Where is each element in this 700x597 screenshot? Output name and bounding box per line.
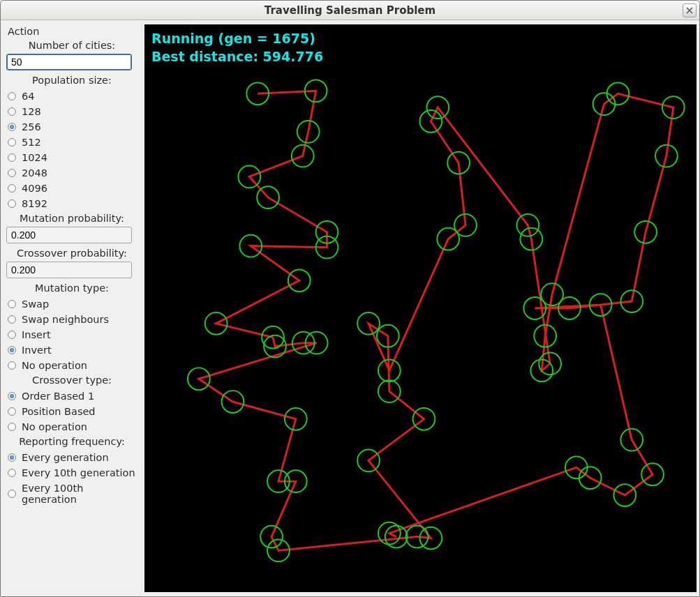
label-mut-type: Mutation type: bbox=[5, 281, 139, 296]
mut-option-swap[interactable]: Swap bbox=[5, 296, 139, 312]
pop-size-group: 641282565121024204840968192 bbox=[5, 89, 139, 211]
radio-icon bbox=[8, 331, 16, 339]
radio-label: 8192 bbox=[22, 198, 47, 209]
mut-option-insert[interactable]: Insert bbox=[5, 327, 139, 342]
radio-icon bbox=[8, 392, 16, 400]
radio-icon bbox=[8, 453, 16, 462]
radio-icon bbox=[8, 490, 16, 498]
window-body: Action Number of cities: Population size… bbox=[1, 20, 699, 596]
radio-label: 512 bbox=[22, 137, 41, 148]
pop-option-2048[interactable]: 2048 bbox=[5, 165, 139, 181]
label-mut-prob: Mutation probability: bbox=[5, 211, 139, 227]
radio-label: 128 bbox=[22, 106, 41, 117]
label-report-freq: Reporting frequency: bbox=[5, 434, 139, 450]
radio-label: Position Based bbox=[22, 406, 96, 417]
pop-option-4096[interactable]: 4096 bbox=[5, 181, 139, 196]
radio-icon bbox=[8, 300, 16, 308]
radio-label: Every 10th generation bbox=[22, 467, 135, 478]
radio-label: Invert bbox=[22, 345, 52, 356]
cross-option-position-based[interactable]: Position Based bbox=[5, 404, 139, 419]
radio-icon bbox=[8, 138, 16, 146]
radio-label: Order Based 1 bbox=[22, 391, 94, 402]
mut-option-swap-neighbours[interactable]: Swap neighbours bbox=[5, 312, 139, 327]
radio-icon bbox=[8, 315, 16, 324]
radio-label: 1024 bbox=[22, 152, 47, 163]
pop-option-8192[interactable]: 8192 bbox=[5, 196, 139, 211]
status-text: Running (gen = 1675) Best distance: 594.… bbox=[151, 30, 323, 66]
mutation-prob-input[interactable] bbox=[6, 227, 132, 243]
radio-icon bbox=[8, 346, 16, 354]
report-option-every-generation[interactable]: Every generation bbox=[5, 450, 139, 465]
label-cross-prob: Crossover probability: bbox=[5, 246, 139, 262]
canvas: Running (gen = 1675) Best distance: 594.… bbox=[144, 24, 697, 592]
radio-label: 2048 bbox=[22, 167, 47, 179]
radio-label: 64 bbox=[22, 91, 34, 102]
mut-type-group: SwapSwap neighboursInsertInvertNo operat… bbox=[5, 296, 139, 373]
radio-label: Every generation bbox=[22, 452, 109, 463]
cross-option-order-based-1[interactable]: Order Based 1 bbox=[5, 388, 139, 404]
radio-label: 256 bbox=[22, 121, 41, 133]
radio-label: No operation bbox=[22, 421, 87, 432]
radio-label: Every 100th generation bbox=[22, 483, 136, 505]
tour-svg bbox=[144, 24, 697, 592]
radio-icon bbox=[8, 469, 16, 477]
radio-icon bbox=[8, 184, 16, 192]
pop-option-1024[interactable]: 1024 bbox=[5, 150, 139, 165]
crossover-prob-input[interactable] bbox=[6, 262, 132, 278]
radio-label: Swap bbox=[22, 298, 49, 310]
label-cross-type: Crossover type: bbox=[5, 373, 139, 388]
pop-option-128[interactable]: 128 bbox=[5, 104, 139, 119]
radio-icon bbox=[8, 407, 16, 416]
mut-option-no-operation[interactable]: No operation bbox=[5, 358, 139, 373]
radio-label: Swap neighbours bbox=[22, 314, 109, 325]
num-cities-input[interactable] bbox=[6, 54, 132, 70]
report-freq-group: Every generationEvery 10th generationEve… bbox=[5, 450, 139, 507]
close-icon bbox=[686, 7, 693, 14]
radio-icon bbox=[8, 123, 16, 131]
cross-option-no-operation[interactable]: No operation bbox=[5, 419, 139, 434]
pop-option-256[interactable]: 256 bbox=[5, 119, 139, 135]
label-num-cities: Number of cities: bbox=[5, 38, 139, 54]
pop-option-512[interactable]: 512 bbox=[5, 135, 139, 150]
radio-icon bbox=[8, 107, 16, 116]
pop-option-64[interactable]: 64 bbox=[5, 89, 139, 104]
window-title: Travelling Salesman Problem bbox=[265, 4, 435, 17]
radio-label: Insert bbox=[22, 329, 51, 340]
radio-icon bbox=[8, 153, 16, 162]
label-pop-size: Population size: bbox=[5, 73, 139, 89]
app-window: Travelling Salesman Problem Action Numbe… bbox=[0, 0, 700, 597]
radio-label: No operation bbox=[22, 360, 87, 371]
report-option-every-100th-generation[interactable]: Every 100th generation bbox=[5, 481, 139, 507]
radio-label: 4096 bbox=[22, 183, 47, 194]
sidebar: Action Number of cities: Population size… bbox=[3, 24, 143, 592]
radio-icon bbox=[8, 169, 16, 177]
mut-option-invert[interactable]: Invert bbox=[5, 342, 139, 358]
radio-icon bbox=[8, 92, 16, 100]
radio-icon bbox=[8, 361, 16, 370]
menu-action[interactable]: Action bbox=[5, 24, 139, 38]
radio-icon bbox=[8, 423, 16, 431]
cross-type-group: Order Based 1Position BasedNo operation bbox=[5, 388, 139, 434]
radio-icon bbox=[8, 199, 16, 208]
close-button[interactable] bbox=[683, 3, 697, 17]
report-option-every-10th-generation[interactable]: Every 10th generation bbox=[5, 465, 139, 481]
title-bar: Travelling Salesman Problem bbox=[1, 1, 699, 20]
